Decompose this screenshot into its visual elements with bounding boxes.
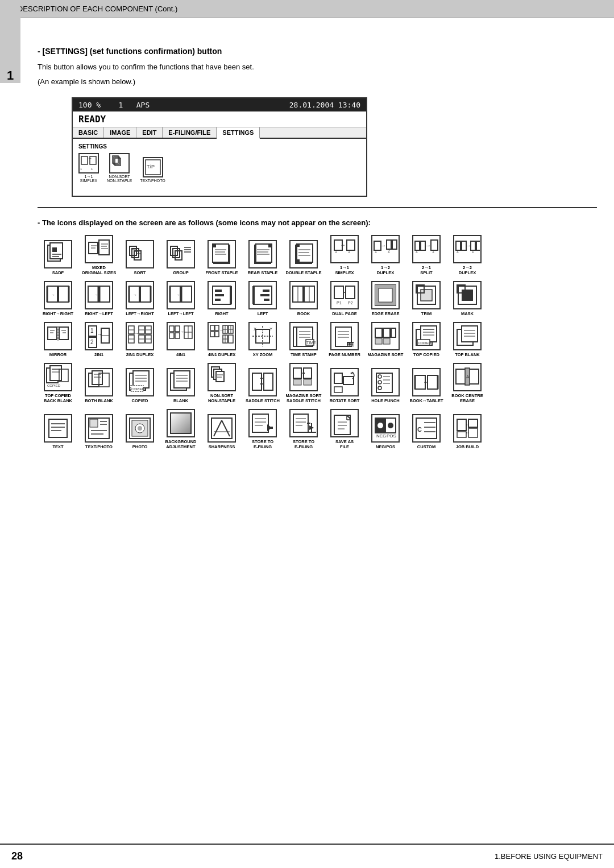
screen-icon-nonsort: NON-SORTNON-STAPLE <box>107 153 132 183</box>
icon-trim: TRIM <box>406 281 447 316</box>
svg-text:1: 1 <box>91 167 93 171</box>
svg-rect-0 <box>81 156 88 164</box>
settings-section: - [SETTINGS] (set functions confirmation… <box>38 47 597 87</box>
icon-row-1: SADF MIXEDORIGINAL SIZES <box>38 235 597 275</box>
icon-rear-staple: REAR STAPLE <box>242 240 283 275</box>
tab-efiling: E-FILING/FILE <box>163 127 217 138</box>
icon-mask: MASK <box>447 281 488 316</box>
icon-4in1: → 4IN1 <box>160 322 201 357</box>
screen-tabs: BASIC IMAGE EDIT E-FILING/FILE SETTINGS <box>73 127 366 139</box>
svg-rect-299 <box>267 427 273 429</box>
svg-text:→: → <box>88 156 92 161</box>
svg-rect-104 <box>263 290 269 292</box>
svg-rect-255 <box>334 387 342 392</box>
svg-rect-23 <box>132 249 139 258</box>
icon-right: RIGHT <box>201 281 242 316</box>
screen-top-bar: 100 % 1 APS 28.01.2004 13:40 <box>73 98 366 111</box>
icon-top-copied: COPIED TOP COPIED <box>406 322 447 357</box>
bottom-bar: 28 1.BEFORE USING EQUIPMENT <box>0 844 614 868</box>
svg-rect-254 <box>343 377 354 385</box>
icon-sort: SORT <box>119 240 160 275</box>
icon-rotate-sort: ROTATE SORT <box>324 368 365 403</box>
icon-1to1-simplex: 1 → 1 1→1SIMPLEX <box>324 235 365 275</box>
svg-text:COPIED: COPIED <box>131 387 145 391</box>
chapter-number: 1 <box>7 68 14 83</box>
page-header: 1.DESCRIPTION OF EACH COMPONENT (Cont.) <box>0 0 614 18</box>
svg-text:X: X <box>254 326 257 332</box>
svg-rect-243 <box>264 373 273 390</box>
svg-text:1: 1 <box>80 167 82 171</box>
icon-group: GROUP <box>160 240 201 275</box>
svg-rect-111 <box>334 286 343 299</box>
svg-line-292 <box>222 420 230 436</box>
icon-left-right: → LEFT→RIGHT <box>119 281 160 316</box>
icon-row-5: TEXT TEXT/PHOTO <box>38 409 597 449</box>
svg-text:→: → <box>176 293 180 297</box>
icon-4in1-duplex: → 4IN1 DUPLEX <box>201 322 242 357</box>
svg-rect-79 <box>59 286 69 302</box>
svg-rect-65 <box>421 241 425 250</box>
svg-text:POS: POS <box>387 433 396 439</box>
svg-text:1: 1 <box>335 249 337 253</box>
screen-status: READY <box>73 111 366 127</box>
icon-edge-erase: EDGE ERASE <box>365 281 406 316</box>
svg-rect-300 <box>293 414 308 432</box>
screen-body: SETTINGS 1 → 1 1→1SIMPLEX <box>73 139 366 196</box>
svg-marker-309 <box>334 415 350 435</box>
svg-rect-233 <box>174 371 190 388</box>
icon-top-copied-back-blank: COPIED TOP COPIEDBACK BLANK <box>38 363 78 403</box>
page-number: 28 <box>11 850 23 862</box>
svg-text:1: 1 <box>375 249 377 253</box>
svg-text:COPIED: COPIED <box>47 384 61 387</box>
chapter-bar: 1 <box>0 0 20 83</box>
svg-rect-164 <box>210 332 214 337</box>
svg-rect-242 <box>252 373 262 390</box>
icon-text: TEXT <box>38 414 78 449</box>
svg-point-318 <box>388 423 393 428</box>
svg-text:Y: Y <box>269 326 273 332</box>
svg-rect-328 <box>468 419 478 427</box>
svg-rect-177 <box>229 335 233 343</box>
svg-rect-128 <box>48 327 57 340</box>
tab-settings[interactable]: SETTINGS <box>217 127 260 139</box>
svg-point-258 <box>378 375 381 378</box>
svg-rect-210 <box>462 326 478 342</box>
icon-mirror: MIRROR <box>38 322 78 357</box>
svg-rect-200 <box>391 328 396 337</box>
icon-store-to-efiling-1: STORE TOE-FILING <box>242 409 283 449</box>
svg-rect-61 <box>387 240 391 249</box>
svg-rect-273 <box>49 419 67 437</box>
svg-rect-250 <box>304 379 312 385</box>
icon-saddle-stitch: SADDLE STITCH <box>242 368 283 403</box>
icon-both-blank: BOTH BLANK <box>78 368 119 403</box>
icon-book-tablet: ↔ BOOK↔TABLET <box>406 368 447 403</box>
svg-rect-131 <box>59 327 68 340</box>
icon-book-centre-erase: A BOOK CENTREERASE <box>447 363 488 403</box>
svg-text:T/P: T/P <box>147 164 155 170</box>
icon-dual-page: P1 P2 DUAL PAGE <box>324 281 365 316</box>
svg-rect-101 <box>215 299 221 301</box>
screen-icon-textphoto: T/P TEXT/PHOTO <box>140 157 165 183</box>
svg-text:→: → <box>425 242 431 249</box>
svg-rect-215 <box>50 366 61 381</box>
svg-rect-248 <box>293 379 301 385</box>
svg-rect-94 <box>181 286 192 302</box>
svg-text:1: 1 <box>348 249 350 253</box>
svg-text:2: 2 <box>457 249 459 253</box>
section-text1: This button allows you to confirm the fu… <box>38 61 597 73</box>
svg-rect-196 <box>375 328 382 337</box>
section-divider <box>38 207 597 208</box>
icon-row-3: MIRROR 1 2 → 2IN1 <box>38 322 597 357</box>
tab-image: IMAGE <box>104 127 136 138</box>
svg-rect-36 <box>213 244 216 247</box>
svg-rect-123 <box>421 290 432 301</box>
main-content: - [SETTINGS] (set functions confirmation… <box>20 18 614 466</box>
svg-text:→: → <box>380 242 386 249</box>
icon-store-to-efiling-2: STORE TOE-FILING <box>283 409 324 449</box>
svg-rect-198 <box>383 328 390 337</box>
svg-rect-267 <box>428 375 438 389</box>
icon-text-photo: TEXT/PHOTO <box>78 414 119 449</box>
icon-row-2: → RIGHT→RIGHT → RIGHT→LEFT <box>38 281 597 316</box>
tab-edit: EDIT <box>136 127 163 138</box>
icon-non-sort-non-staple: NON-SORTNON-STAPLE <box>201 363 242 403</box>
